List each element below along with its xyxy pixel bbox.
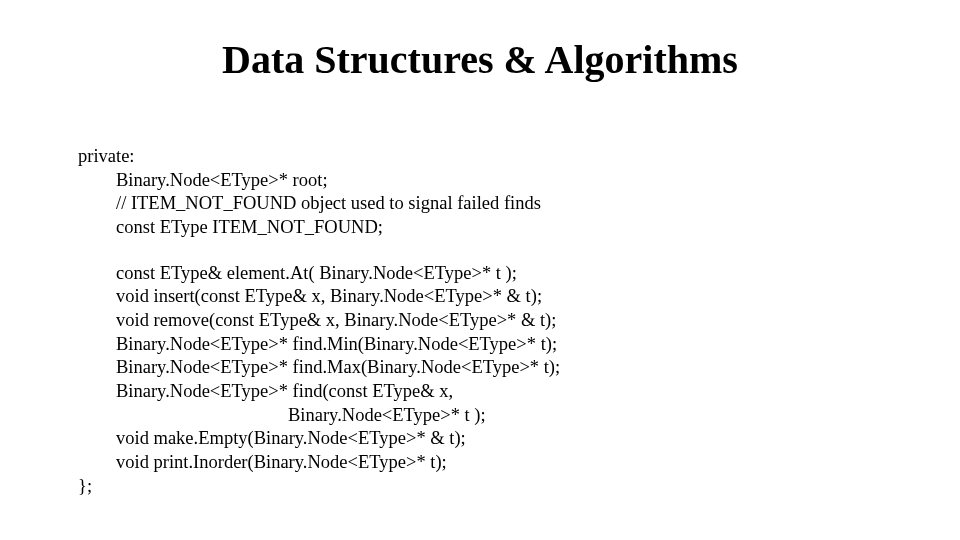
- code-line: void remove(const EType& x, Binary.Node<…: [78, 309, 878, 333]
- code-line: void insert(const EType& x, Binary.Node<…: [78, 285, 878, 309]
- slide: Data Structures & Algorithms private: Bi…: [0, 0, 960, 540]
- blank-line: [78, 240, 878, 262]
- code-line: // ITEM_NOT_FOUND object used to signal …: [78, 192, 878, 216]
- code-line: Binary.Node<EType>* find.Min(Binary.Node…: [78, 333, 878, 357]
- code-line: private:: [78, 145, 878, 169]
- code-line: const EType& element.At( Binary.Node<ETy…: [78, 262, 878, 286]
- code-line: Binary.Node<EType>* t );: [78, 404, 878, 428]
- code-line: const EType ITEM_NOT_FOUND;: [78, 216, 878, 240]
- code-block: private: Binary.Node<EType>* root; // IT…: [78, 145, 878, 498]
- code-line: Binary.Node<EType>* find.Max(Binary.Node…: [78, 356, 878, 380]
- code-line: void print.Inorder(Binary.Node<EType>* t…: [78, 451, 878, 475]
- code-line: Binary.Node<EType>* find(const EType& x,: [78, 380, 878, 404]
- code-line: void make.Empty(Binary.Node<EType>* & t)…: [78, 427, 878, 451]
- code-line: };: [78, 475, 878, 499]
- slide-title: Data Structures & Algorithms: [0, 36, 960, 83]
- code-line: Binary.Node<EType>* root;: [78, 169, 878, 193]
